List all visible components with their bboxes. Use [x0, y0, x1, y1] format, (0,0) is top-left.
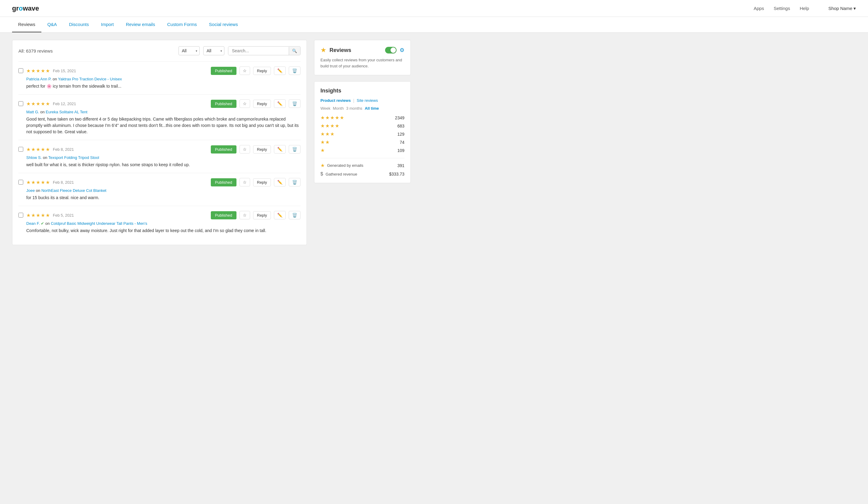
insights-card: Insights Product reviews | Site reviews … [314, 81, 411, 183]
star-icon: ★ [26, 179, 31, 185]
published-button[interactable]: Published [211, 178, 237, 186]
filter2-select[interactable]: All [203, 46, 224, 55]
table-row: ★ ★ ★ ★ ★ Feb 8, 2021 Published ☆ Reply … [18, 140, 300, 173]
author-link[interactable]: Matt G. [26, 110, 39, 114]
star-icon: ★ [41, 68, 45, 74]
gear-icon[interactable]: ⚙ [400, 47, 404, 53]
published-button[interactable]: Published [211, 145, 237, 154]
tab-custom-forms[interactable]: Custom Forms [161, 17, 203, 32]
reply-button[interactable]: Reply [253, 67, 271, 75]
time-tab-alltime[interactable]: All time [365, 106, 379, 111]
review-checkbox[interactable] [18, 213, 23, 218]
reviews-toggle[interactable] [385, 47, 396, 53]
top-nav: Apps Settings Help Shop Name ▾ [754, 6, 856, 11]
star-rating: ★ ★ ★ ★ ★ [26, 68, 50, 74]
star-icon: ★ [36, 68, 40, 74]
nav-apps[interactable]: Apps [754, 6, 764, 11]
star-button[interactable]: ☆ [239, 145, 250, 154]
edit-button[interactable]: ✏️ [274, 178, 286, 186]
review-date: Feb 8, 2021 [53, 180, 74, 185]
tab-reviews[interactable]: Reviews [12, 17, 41, 32]
star-button[interactable]: ☆ [239, 211, 250, 219]
filter1-wrap: All ▾ [178, 46, 200, 55]
tab-review-emails[interactable]: Review emails [120, 17, 161, 32]
product-link[interactable]: Coldpruf Basic Midweight Underwear Tall … [51, 221, 147, 226]
search-wrap: 🔍 [228, 46, 300, 55]
logo-text: growave [12, 4, 39, 12]
author-link[interactable]: Dean F. [26, 221, 40, 226]
author-link[interactable]: Joee [26, 188, 35, 193]
review-checkbox[interactable] [18, 68, 23, 73]
delete-button[interactable]: 🗑️ [289, 66, 300, 75]
delete-button[interactable]: 🗑️ [289, 178, 300, 186]
edit-button[interactable]: ✏️ [274, 211, 286, 219]
sidebar: ★ Reviews ⚙ Easily collect reviews from … [314, 40, 411, 245]
review-author: Matt G. on Eureka Solitaire AL Tent [18, 110, 300, 114]
tab-qa[interactable]: Q&A [41, 17, 63, 32]
delete-button[interactable]: 🗑️ [289, 211, 300, 219]
author-link[interactable]: Shlow S. [26, 155, 42, 160]
edit-button[interactable]: ✏️ [274, 145, 286, 154]
review-author: Joee on NorthEast Fleece Deluxe Cot Blan… [18, 188, 300, 193]
review-checkbox[interactable] [18, 180, 23, 185]
table-row: ★ ★ ★ ★ ★ Feb 5, 2021 Published ☆ Reply … [18, 206, 300, 239]
logo: growave [12, 4, 39, 12]
reply-button[interactable]: Reply [253, 145, 271, 154]
star-icon: ★ [31, 101, 35, 107]
reviews-header: All: 6379 reviews All ▾ All ▾ 🔍 [18, 46, 300, 55]
star-icon: ★ [325, 131, 330, 137]
review-text: Comfortable, not bulky, wick away moistu… [18, 227, 300, 234]
review-on-label: on [40, 110, 45, 114]
toggle-knob [391, 48, 396, 53]
tab-import[interactable]: Import [95, 17, 120, 32]
insights-tab-product-reviews[interactable]: Product reviews [320, 98, 351, 103]
star-icon: ★ [320, 46, 327, 54]
star-icon: ★ [31, 68, 35, 74]
product-link[interactable]: Texsport Folding Tripod Stool [48, 155, 99, 160]
star-icon: ★ [45, 213, 50, 218]
widget-header: ★ Reviews ⚙ [320, 46, 404, 54]
review-date: Feb 5, 2021 [53, 213, 74, 218]
author-link[interactable]: Patricia Ann P. [26, 77, 52, 81]
reply-button[interactable]: Reply [253, 100, 271, 108]
review-author: Patricia Ann P. on Yaktrax Pro Traction … [18, 77, 300, 81]
nav-settings[interactable]: Settings [774, 6, 790, 11]
insights-tab-site-reviews[interactable]: Site reviews [357, 98, 378, 103]
star-icon: ★ [320, 163, 325, 168]
tab-social-reviews[interactable]: Social reviews [203, 17, 244, 32]
time-tab-month[interactable]: Month [333, 106, 344, 111]
time-tab-3months[interactable]: 3 months [346, 106, 362, 111]
product-link[interactable]: NorthEast Fleece Deluxe Cot Blanket [41, 188, 106, 193]
review-checkbox[interactable] [18, 101, 23, 106]
toggle-wrap [385, 47, 396, 53]
separator: | [353, 98, 354, 103]
tab-discounts[interactable]: Discounts [63, 17, 95, 32]
review-checkbox[interactable] [18, 147, 23, 152]
reply-button[interactable]: Reply [253, 211, 271, 219]
star-button[interactable]: ☆ [239, 178, 250, 186]
product-link[interactable]: Eureka Solitaire AL Tent [45, 110, 87, 114]
reviews-widget-card: ★ Reviews ⚙ Easily collect reviews from … [314, 40, 411, 75]
filter1-select[interactable]: All [178, 46, 200, 55]
delete-button[interactable]: 🗑️ [289, 145, 300, 154]
search-button[interactable]: 🔍 [289, 47, 300, 55]
product-link[interactable]: Yaktrax Pro Traction Device - Unisex [58, 77, 122, 81]
published-button[interactable]: Published [211, 100, 237, 108]
search-input[interactable] [228, 47, 289, 55]
delete-button[interactable]: 🗑️ [289, 100, 300, 108]
published-button[interactable]: Published [211, 211, 237, 219]
star-rating: ★ ★ ★ ★ ★ [26, 179, 50, 185]
edit-button[interactable]: ✏️ [274, 100, 286, 108]
published-button[interactable]: Published [211, 67, 237, 75]
star-icon: ★ [330, 131, 334, 137]
insights-title: Insights [320, 88, 404, 94]
reply-button[interactable]: Reply [253, 178, 271, 186]
edit-button[interactable]: ✏️ [274, 66, 286, 75]
time-tab-week[interactable]: Week [320, 106, 330, 111]
star-button[interactable]: ☆ [239, 66, 250, 75]
star-button[interactable]: ☆ [239, 100, 250, 108]
nav-help[interactable]: Help [800, 6, 809, 11]
one-star-rating: ★ [320, 147, 325, 153]
three-star-rating: ★ ★ ★ [320, 131, 334, 137]
shop-name-dropdown[interactable]: Shop Name ▾ [828, 6, 856, 11]
